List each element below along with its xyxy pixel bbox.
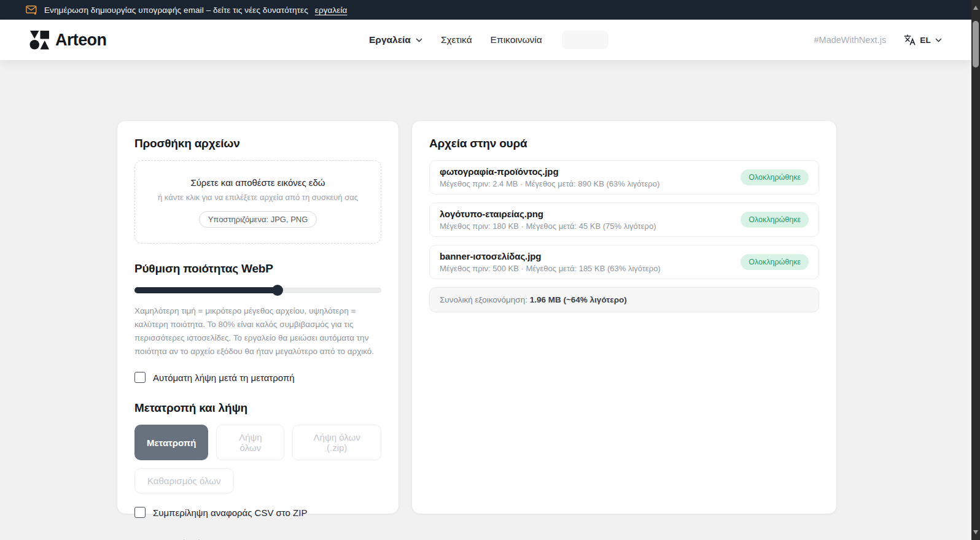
file-status-badge: Ολοκληρώθηκε — [741, 212, 809, 228]
file-list: φωτογραφία-προϊόντος.jpg Μέγεθος πριν: 2… — [429, 160, 819, 279]
page-scrollbar[interactable] — [971, 0, 980, 540]
made-with-nextjs-tag: #MadeWithNext.js — [814, 35, 886, 45]
auto-download-row: Αυτόματη λήψη μετά τη μετατροπή — [134, 372, 381, 383]
brand-name: Arteon — [55, 31, 106, 50]
clear-all-button[interactable]: Καθαρισμός όλων — [134, 468, 234, 493]
file-row: λογότυπο-εταιρείας.png Μέγεθος πριν: 180… — [429, 202, 819, 237]
nav-hover-ghost — [562, 31, 609, 49]
dropzone-secondary-text: ή κάντε κλικ για να επιλέξετε αρχεία από… — [145, 193, 371, 202]
download-zip-button[interactable]: Λήψη όλων (.zip) — [292, 425, 381, 460]
total-savings-row: Συνολική εξοικονόμηση: 1.96 MB (~64% λιγ… — [429, 287, 819, 312]
file-meta: Μέγεθος πριν: 2.4 MB · Μέγεθος μετά: 890… — [440, 179, 659, 188]
file-row: banner-ιστοσελίδας.jpg Μέγεθος πριν: 500… — [429, 245, 819, 279]
quality-slider[interactable] — [134, 285, 381, 295]
file-info: banner-ιστοσελίδας.jpg Μέγεθος πριν: 500… — [440, 251, 661, 273]
dropzone-primary-text: Σύρετε και αποθέστε εικόνες εδώ — [145, 177, 371, 188]
arteon-logo-icon — [29, 31, 50, 50]
mail-icon — [26, 5, 37, 15]
copy-summary-row: Αντιγραφή σύνοψης — [136, 531, 381, 540]
quality-slider-thumb[interactable] — [272, 285, 283, 296]
main-nav: Εργαλεία Σχετικά Επικοινωνία — [369, 20, 609, 60]
file-row: φωτογραφία-προϊόντος.jpg Μέγεθος πριν: 2… — [429, 160, 819, 195]
auto-download-checkbox[interactable] — [134, 372, 146, 383]
main-content: Προσθήκη αρχείων Σύρετε και αποθέστε εικ… — [0, 60, 971, 540]
file-meta: Μέγεθος πριν: 500 KB · Μέγεθος μετά: 185… — [440, 264, 661, 273]
supported-formats-badge: Υποστηριζόμενα: JPG, PNG — [199, 211, 317, 228]
queue-title: Αρχεία στην ουρά — [429, 137, 819, 150]
csv-report-label: Συμπερίληψη αναφοράς CSV στο ZIP — [153, 507, 307, 518]
settings-card: Προσθήκη αρχείων Σύρετε και αποθέστε εικ… — [117, 120, 399, 514]
clear-buttons-row: Καθαρισμός όλων — [134, 468, 381, 493]
file-dropzone[interactable]: Σύρετε και αποθέστε εικόνες εδώ ή κάντε … — [134, 160, 381, 244]
file-info: φωτογραφία-προϊόντος.jpg Μέγεθος πριν: 2… — [440, 166, 659, 188]
file-name: λογότυπο-εταιρείας.png — [440, 209, 656, 219]
file-status-badge: Ολοκληρώθηκε — [741, 254, 809, 270]
file-info: λογότυπο-εταιρείας.png Μέγεθος πριν: 180… — [440, 209, 656, 231]
file-name: φωτογραφία-προϊόντος.jpg — [440, 166, 659, 177]
convert-buttons-row: Μετατροπή Λήψη όλων Λήψη όλων (.zip) — [134, 425, 381, 460]
file-name: banner-ιστοσελίδας.jpg — [440, 251, 661, 261]
scrollbar-thumb[interactable] — [973, 21, 979, 68]
quality-slider-fill — [134, 287, 278, 293]
chevron-down-icon — [935, 38, 942, 42]
nav-item-tools[interactable]: Εργαλεία — [369, 34, 422, 45]
file-status-badge: Ολοκληρώθηκε — [741, 169, 809, 185]
quality-title: Ρύθμιση ποιότητας WebP — [134, 262, 381, 276]
header-right: #MadeWithNext.js EL — [814, 34, 942, 46]
download-all-button[interactable]: Λήψη όλων — [216, 425, 284, 460]
queue-card: Αρχεία στην ουρά φωτογραφία-προϊόντος.jp… — [411, 120, 837, 514]
add-files-title: Προσθήκη αρχείων — [134, 137, 381, 150]
total-savings-value: 1.96 MB (~64% λιγότερο) — [530, 295, 627, 304]
quality-description: Χαμηλότερη τιμή = μικρότερο μέγεθος αρχε… — [134, 304, 381, 358]
translate-icon — [903, 34, 916, 46]
csv-report-checkbox[interactable] — [134, 507, 146, 518]
announcement-banner: Ενημέρωση δημιουργίας υπογραφής email – … — [0, 0, 971, 20]
chevron-down-icon — [416, 38, 422, 42]
language-selector[interactable]: EL — [903, 34, 942, 46]
copy-summary-button[interactable]: Αντιγραφή σύνοψης — [136, 531, 239, 540]
file-meta: Μέγεθος πριν: 180 KB · Μέγεθος μετά: 45 … — [440, 222, 656, 231]
banner-text: Ενημέρωση δημιουργίας υπογραφής email – … — [44, 6, 308, 15]
total-savings-label: Συνολική εξοικονόμηση: — [440, 295, 530, 304]
convert-button[interactable]: Μετατροπή — [134, 425, 208, 460]
nav-item-about[interactable]: Σχετικά — [441, 34, 472, 45]
auto-download-label: Αυτόματη λήψη μετά τη μετατροπή — [153, 372, 295, 383]
language-code: EL — [920, 36, 931, 45]
banner-tools-link[interactable]: εργαλεία — [315, 6, 348, 15]
header: Arteon Εργαλεία Σχετικά Επικοινωνία #Mad… — [0, 20, 971, 60]
nav-item-contact[interactable]: Επικοινωνία — [491, 34, 542, 45]
csv-report-row: Συμπερίληψη αναφοράς CSV στο ZIP — [134, 507, 381, 518]
scrollbar-up-arrow-icon[interactable] — [973, 6, 978, 10]
brand-logo[interactable]: Arteon — [29, 31, 106, 50]
convert-section-title: Μετατροπή και λήψη — [134, 401, 381, 415]
scrollbar-down-arrow-icon[interactable] — [973, 530, 978, 534]
